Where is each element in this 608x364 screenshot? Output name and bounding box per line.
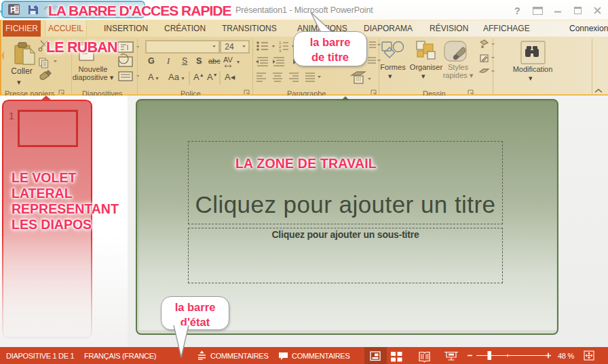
svg-text:P: P [10,5,16,15]
